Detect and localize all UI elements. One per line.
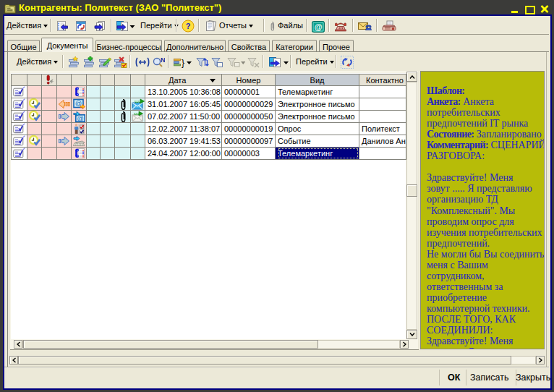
svg-text:N: N — [161, 56, 165, 64]
svg-text:@: @ — [77, 115, 83, 122]
svg-text:}: } — [182, 58, 184, 68]
svg-text:?: ? — [186, 22, 191, 30]
svg-text:@: @ — [315, 22, 323, 31]
